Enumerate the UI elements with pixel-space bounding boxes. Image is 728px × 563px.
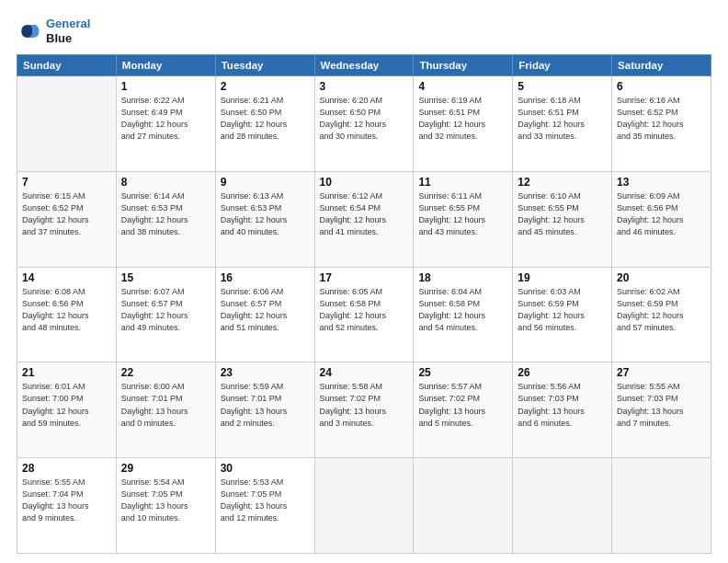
page: General Blue SundayMondayTuesdayWednesda… — [0, 0, 728, 563]
header: General Blue — [17, 17, 711, 45]
calendar-cell — [612, 458, 711, 554]
calendar-cell: 28Sunrise: 5:55 AM Sunset: 7:04 PM Dayli… — [17, 458, 117, 554]
day-number: 20 — [617, 271, 706, 284]
calendar-cell: 21Sunrise: 6:01 AM Sunset: 7:00 PM Dayli… — [17, 362, 117, 458]
day-info: Sunrise: 6:19 AM Sunset: 6:51 PM Dayligh… — [418, 95, 507, 143]
day-number: 3 — [320, 80, 409, 93]
column-header-wednesday: Wednesday — [314, 55, 414, 76]
day-info: Sunrise: 6:16 AM Sunset: 6:52 PM Dayligh… — [617, 95, 706, 143]
day-info: Sunrise: 5:54 AM Sunset: 7:05 PM Dayligh… — [121, 477, 210, 524]
day-number: 28 — [22, 462, 111, 475]
day-number: 18 — [418, 271, 507, 284]
day-number: 30 — [221, 462, 310, 475]
calendar-cell — [414, 458, 513, 554]
week-row-2: 7Sunrise: 6:15 AM Sunset: 6:52 PM Daylig… — [17, 171, 711, 267]
day-number: 29 — [121, 462, 210, 475]
day-number: 23 — [221, 366, 310, 379]
day-number: 4 — [418, 80, 507, 93]
calendar-cell: 19Sunrise: 6:03 AM Sunset: 6:59 PM Dayli… — [513, 267, 612, 362]
column-header-thursday: Thursday — [414, 55, 513, 76]
calendar-cell: 18Sunrise: 6:04 AM Sunset: 6:58 PM Dayli… — [414, 267, 513, 362]
calendar-cell: 25Sunrise: 5:57 AM Sunset: 7:02 PM Dayli… — [414, 362, 513, 458]
calendar-cell: 1Sunrise: 6:22 AM Sunset: 6:49 PM Daylig… — [116, 76, 215, 172]
day-number: 13 — [617, 176, 706, 189]
day-info: Sunrise: 6:01 AM Sunset: 7:00 PM Dayligh… — [22, 381, 111, 429]
day-info: Sunrise: 6:11 AM Sunset: 6:55 PM Dayligh… — [418, 190, 507, 238]
calendar-cell — [314, 458, 414, 554]
calendar-cell: 10Sunrise: 6:12 AM Sunset: 6:54 PM Dayli… — [314, 171, 414, 267]
day-number: 25 — [418, 366, 507, 379]
week-row-3: 14Sunrise: 6:08 AM Sunset: 6:56 PM Dayli… — [17, 267, 711, 362]
calendar-cell: 8Sunrise: 6:14 AM Sunset: 6:53 PM Daylig… — [116, 171, 215, 267]
day-number: 7 — [22, 176, 111, 189]
calendar-cell: 12Sunrise: 6:10 AM Sunset: 6:55 PM Dayli… — [513, 171, 612, 267]
calendar-cell: 23Sunrise: 5:59 AM Sunset: 7:01 PM Dayli… — [215, 362, 314, 458]
day-number: 22 — [121, 366, 210, 379]
column-header-tuesday: Tuesday — [215, 55, 314, 76]
day-info: Sunrise: 6:15 AM Sunset: 6:52 PM Dayligh… — [22, 190, 111, 238]
calendar-cell: 9Sunrise: 6:13 AM Sunset: 6:53 PM Daylig… — [215, 171, 314, 267]
day-number: 2 — [221, 80, 310, 93]
day-number: 8 — [121, 176, 210, 189]
calendar-cell: 11Sunrise: 6:11 AM Sunset: 6:55 PM Dayli… — [414, 171, 513, 267]
day-number: 5 — [518, 80, 607, 93]
calendar-cell: 30Sunrise: 5:53 AM Sunset: 7:05 PM Dayli… — [215, 458, 314, 554]
calendar-cell: 20Sunrise: 6:02 AM Sunset: 6:59 PM Dayli… — [612, 267, 711, 362]
calendar-cell: 15Sunrise: 6:07 AM Sunset: 6:57 PM Dayli… — [116, 267, 215, 362]
calendar-cell — [17, 76, 117, 172]
calendar-cell: 24Sunrise: 5:58 AM Sunset: 7:02 PM Dayli… — [314, 362, 414, 458]
calendar-table: SundayMondayTuesdayWednesdayThursdayFrid… — [17, 54, 711, 554]
day-info: Sunrise: 6:03 AM Sunset: 6:59 PM Dayligh… — [518, 286, 607, 334]
day-number: 19 — [518, 271, 607, 284]
day-info: Sunrise: 5:53 AM Sunset: 7:05 PM Dayligh… — [221, 477, 310, 524]
day-info: Sunrise: 6:00 AM Sunset: 7:01 PM Dayligh… — [121, 381, 210, 429]
day-info: Sunrise: 6:05 AM Sunset: 6:58 PM Dayligh… — [320, 286, 409, 334]
calendar-cell: 3Sunrise: 6:20 AM Sunset: 6:50 PM Daylig… — [314, 76, 414, 172]
day-info: Sunrise: 6:20 AM Sunset: 6:50 PM Dayligh… — [320, 95, 409, 143]
day-number: 15 — [121, 271, 210, 284]
calendar-cell: 22Sunrise: 6:00 AM Sunset: 7:01 PM Dayli… — [116, 362, 215, 458]
calendar-cell: 16Sunrise: 6:06 AM Sunset: 6:57 PM Dayli… — [215, 267, 314, 362]
day-info: Sunrise: 6:12 AM Sunset: 6:54 PM Dayligh… — [320, 190, 409, 238]
day-info: Sunrise: 6:13 AM Sunset: 6:53 PM Dayligh… — [221, 190, 310, 238]
calendar-cell: 13Sunrise: 6:09 AM Sunset: 6:56 PM Dayli… — [612, 171, 711, 267]
day-info: Sunrise: 6:22 AM Sunset: 6:49 PM Dayligh… — [121, 95, 210, 143]
day-info: Sunrise: 6:07 AM Sunset: 6:57 PM Dayligh… — [121, 286, 210, 334]
day-number: 6 — [617, 80, 706, 93]
day-info: Sunrise: 6:09 AM Sunset: 6:56 PM Dayligh… — [617, 190, 706, 238]
calendar-cell: 2Sunrise: 6:21 AM Sunset: 6:50 PM Daylig… — [215, 76, 314, 172]
day-number: 16 — [221, 271, 310, 284]
day-info: Sunrise: 6:04 AM Sunset: 6:58 PM Dayligh… — [418, 286, 507, 334]
week-row-1: 1Sunrise: 6:22 AM Sunset: 6:49 PM Daylig… — [17, 76, 711, 172]
day-info: Sunrise: 6:21 AM Sunset: 6:50 PM Dayligh… — [221, 95, 310, 143]
logo-text: General Blue — [46, 17, 90, 45]
day-number: 1 — [121, 80, 210, 93]
calendar-cell: 4Sunrise: 6:19 AM Sunset: 6:51 PM Daylig… — [414, 76, 513, 172]
calendar-cell: 7Sunrise: 6:15 AM Sunset: 6:52 PM Daylig… — [17, 171, 117, 267]
logo: General Blue — [17, 17, 90, 45]
day-info: Sunrise: 5:55 AM Sunset: 7:04 PM Dayligh… — [22, 477, 111, 524]
column-header-sunday: Sunday — [17, 55, 117, 76]
day-info: Sunrise: 6:14 AM Sunset: 6:53 PM Dayligh… — [121, 190, 210, 238]
day-info: Sunrise: 6:06 AM Sunset: 6:57 PM Dayligh… — [221, 286, 310, 334]
column-header-saturday: Saturday — [612, 55, 711, 76]
logo-icon — [17, 18, 42, 44]
day-number: 9 — [221, 176, 310, 189]
day-number: 26 — [518, 366, 607, 379]
calendar-cell: 5Sunrise: 6:18 AM Sunset: 6:51 PM Daylig… — [513, 76, 612, 172]
calendar-cell: 27Sunrise: 5:55 AM Sunset: 7:03 PM Dayli… — [612, 362, 711, 458]
day-info: Sunrise: 5:59 AM Sunset: 7:01 PM Dayligh… — [221, 381, 310, 429]
calendar-cell: 29Sunrise: 5:54 AM Sunset: 7:05 PM Dayli… — [116, 458, 215, 554]
calendar-cell: 6Sunrise: 6:16 AM Sunset: 6:52 PM Daylig… — [612, 76, 711, 172]
day-info: Sunrise: 6:08 AM Sunset: 6:56 PM Dayligh… — [22, 286, 111, 334]
day-number: 12 — [518, 176, 607, 189]
calendar-cell: 14Sunrise: 6:08 AM Sunset: 6:56 PM Dayli… — [17, 267, 117, 362]
calendar-cell: 26Sunrise: 5:56 AM Sunset: 7:03 PM Dayli… — [513, 362, 612, 458]
week-row-5: 28Sunrise: 5:55 AM Sunset: 7:04 PM Dayli… — [17, 458, 711, 554]
day-info: Sunrise: 5:56 AM Sunset: 7:03 PM Dayligh… — [518, 381, 607, 429]
day-number: 10 — [320, 176, 409, 189]
day-number: 24 — [320, 366, 409, 379]
calendar-header-row: SundayMondayTuesdayWednesdayThursdayFrid… — [17, 55, 711, 76]
calendar-cell — [513, 458, 612, 554]
day-info: Sunrise: 6:10 AM Sunset: 6:55 PM Dayligh… — [518, 190, 607, 238]
